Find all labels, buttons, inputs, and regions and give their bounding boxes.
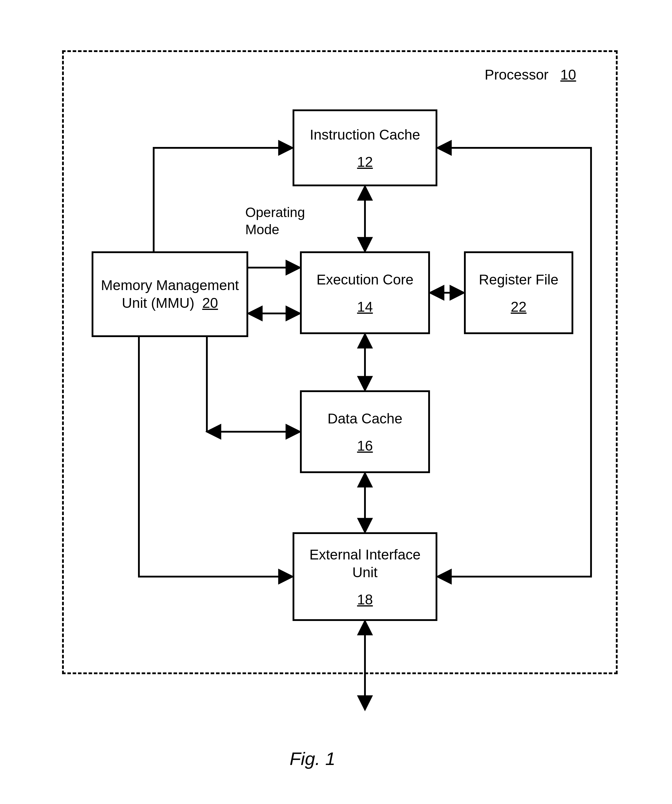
block-mmu: Memory ManagementUnit (MMU) 20 20 <box>91 251 248 337</box>
mmu-label: Memory ManagementUnit (MMU) 20 <box>101 276 239 312</box>
regfile-label: Register File <box>479 271 558 289</box>
processor-label-ref: 10 <box>560 67 576 82</box>
execcore-ref: 14 <box>357 299 373 315</box>
extif-label: External Interface Unit <box>310 546 421 581</box>
dcache-label: Data Cache <box>328 410 402 428</box>
dcache-ref: 16 <box>357 438 373 454</box>
regfile-ref: 22 <box>511 299 526 315</box>
icache-ref: 12 <box>357 154 373 170</box>
diagram-canvas: Processor 10 Instruction Cache 12 Execut… <box>0 0 672 804</box>
block-execution-core: Execution Core 14 <box>300 251 430 334</box>
execcore-label: Execution Core <box>316 271 413 289</box>
block-data-cache: Data Cache 16 <box>300 390 430 473</box>
block-external-interface-unit: External Interface Unit 18 <box>292 532 437 621</box>
processor-label-text: Processor <box>484 67 548 82</box>
figure-caption: Fig. 1 <box>290 748 335 769</box>
block-instruction-cache: Instruction Cache 12 <box>292 109 437 186</box>
extif-ref: 18 <box>357 592 373 608</box>
operating-mode-label: Operating Mode <box>245 204 305 238</box>
processor-label: Processor 10 <box>484 67 576 83</box>
icache-label: Instruction Cache <box>310 126 420 144</box>
block-register-file: Register File 22 <box>464 251 573 334</box>
